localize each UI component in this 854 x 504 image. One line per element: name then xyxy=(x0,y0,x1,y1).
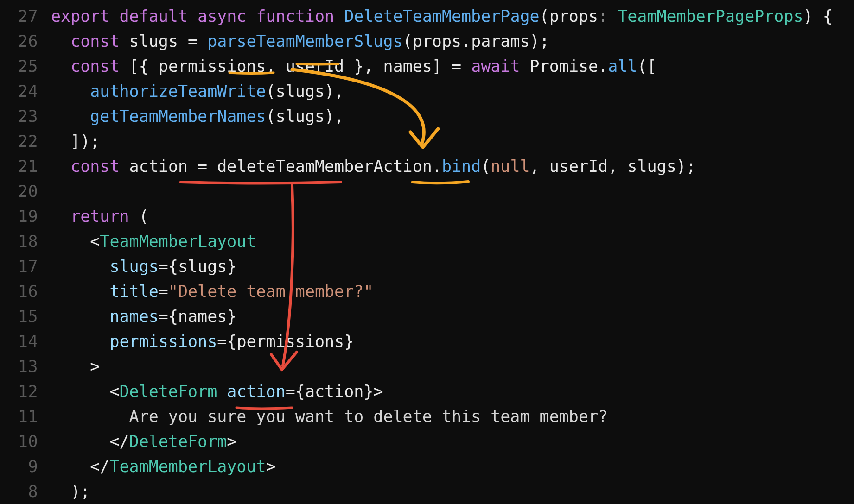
line-number: 19 xyxy=(0,204,51,229)
code-line[interactable]: <DeleteForm action={action}> xyxy=(51,379,854,404)
code-line[interactable]: slugs={slugs} xyxy=(51,254,854,279)
line-number: 13 xyxy=(0,354,51,379)
code-line[interactable]: const action = deleteTeamMemberAction.bi… xyxy=(51,154,854,179)
code-line[interactable]: title="Delete team member?" xyxy=(51,279,854,304)
line-number: 8 xyxy=(0,479,51,504)
line-number: 20 xyxy=(0,179,51,204)
line-number: 15 xyxy=(0,304,51,329)
code-area[interactable]: export default async function DeleteTeam… xyxy=(51,0,854,504)
line-number: 17 xyxy=(0,254,51,279)
line-number-gutter: 27 26 25 24 23 22 21 20 19 18 17 16 15 1… xyxy=(0,0,51,504)
line-number: 10 xyxy=(0,429,51,454)
code-line[interactable]: names={names} xyxy=(51,304,854,329)
code-line[interactable]: > xyxy=(51,354,854,379)
code-line[interactable]: authorizeTeamWrite(slugs), xyxy=(51,79,854,104)
line-number: 9 xyxy=(0,454,51,479)
code-line[interactable]: export default async function DeleteTeam… xyxy=(51,4,854,29)
line-number: 23 xyxy=(0,104,51,129)
code-line[interactable]: return ( xyxy=(51,204,854,229)
code-line[interactable]: </DeleteForm> xyxy=(51,429,854,454)
code-line[interactable] xyxy=(51,179,854,204)
code-line[interactable]: getTeamMemberNames(slugs), xyxy=(51,104,854,129)
code-line[interactable]: const slugs = parseTeamMemberSlugs(props… xyxy=(51,29,854,54)
code-line[interactable]: ); xyxy=(51,479,854,504)
line-number: 14 xyxy=(0,329,51,354)
line-number: 27 xyxy=(0,4,51,29)
code-editor: 27 26 25 24 23 22 21 20 19 18 17 16 15 1… xyxy=(0,0,854,504)
code-line[interactable]: Are you sure you want to delete this tea… xyxy=(51,404,854,429)
code-line[interactable]: </TeamMemberLayout> xyxy=(51,454,854,479)
line-number: 16 xyxy=(0,279,51,304)
line-number: 26 xyxy=(0,29,51,54)
line-number: 22 xyxy=(0,129,51,154)
line-number: 18 xyxy=(0,229,51,254)
line-number: 24 xyxy=(0,79,51,104)
code-line[interactable]: <TeamMemberLayout xyxy=(51,229,854,254)
line-number: 12 xyxy=(0,379,51,404)
line-number: 21 xyxy=(0,154,51,179)
line-number: 11 xyxy=(0,404,51,429)
code-line[interactable]: permissions={permissions} xyxy=(51,329,854,354)
line-number: 25 xyxy=(0,54,51,79)
code-line[interactable]: ]); xyxy=(51,129,854,154)
code-line[interactable]: const [{ permissions, userId }, names] =… xyxy=(51,54,854,79)
